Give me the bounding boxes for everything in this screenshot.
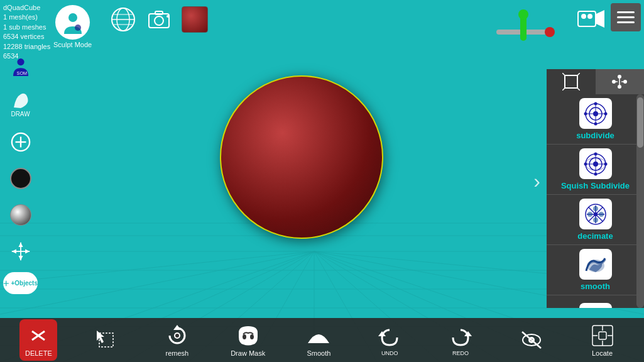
panel-scrollbar-thumb[interactable] [637,97,643,148]
smooth-tool-label: Smooth [307,349,330,357]
dot-tool-icon [10,168,31,189]
svg-point-41 [587,14,592,19]
3d-sphere [220,75,383,239]
svg-line-58 [562,88,565,90]
svg-point-94 [587,212,592,217]
select-button[interactable] [84,327,128,353]
svg-rect-38 [578,11,596,26]
svg-line-57 [577,73,580,75]
draw-mask-icon [236,323,261,348]
svg-marker-52 [25,249,30,253]
smooth-tool-button[interactable]: Smooth [297,323,341,357]
redo-button[interactable]: REDO [439,324,483,356]
dot-tool-button[interactable] [5,163,36,194]
svg-point-37 [545,27,555,37]
svg-marker-102 [97,331,104,343]
draw-mask-button[interactable]: Draw Mask [226,323,270,357]
add-objects-button[interactable]: +Objects [3,272,38,294]
gradient-tool-icon [10,204,31,226]
smooth-button[interactable]: smooth [547,245,644,295]
decimate-icon [579,199,612,229]
sculpt-mode-label: Sculpt Mode [53,41,92,48]
draw-mask-label: Draw Mask [231,349,265,357]
svg-point-61 [618,75,621,79]
remesh-icon [165,323,190,348]
top-right-icons [576,6,606,31]
remesh-button[interactable]: remesh [155,323,199,357]
panel-scrollbar[interactable] [636,94,644,308]
subdivide-icon [579,98,612,129]
svg-point-60 [612,80,616,84]
sculpt-mode-button[interactable]: Sculpt Mode [53,5,92,48]
locate-icon [590,323,615,348]
draw-button[interactable]: DRAW [5,87,36,121]
svg-point-83 [594,172,597,175]
svg-point-73 [594,122,597,125]
svg-point-106 [243,334,246,339]
svg-marker-51 [11,249,16,253]
hamburger-line [617,16,635,18]
add-objects-label: +Objects [11,280,38,287]
undo-icon [377,324,402,349]
panel-item-partial[interactable] [547,295,644,308]
hamburger-line [617,11,635,13]
svg-marker-39 [596,10,604,28]
top-icons [110,6,208,33]
screenshot-icon[interactable] [146,6,172,33]
3d-viewport[interactable]: dQuadCube 1 mesh(es) 1 sub meshes 6534 v… [0,0,644,362]
delete-label: DELETE [25,349,52,357]
globe-icon[interactable] [110,6,136,33]
svg-point-91 [594,212,598,216]
svg-point-92 [593,206,598,211]
material-preview-icon[interactable] [182,6,208,33]
transform-gizmo[interactable] [487,9,562,53]
svg-marker-103 [173,325,181,330]
gradient-tool-button[interactable] [5,199,36,231]
svg-point-82 [594,152,597,155]
remesh-label: remesh [166,349,189,357]
avatar-button[interactable]: SOM [5,50,36,82]
delete-button[interactable]: DELETE [19,319,57,361]
undo-button[interactable]: UNDO [368,324,412,356]
panel-tab-cube[interactable] [547,69,596,94]
right-panel: subdivide [547,69,644,308]
squish-subdivide-icon [579,148,612,179]
svg-point-24 [75,25,81,31]
svg-point-40 [581,14,586,19]
svg-point-31 [155,16,163,25]
hide-icon [519,327,544,353]
decimate-button[interactable]: decimate [547,195,644,245]
svg-line-22 [0,251,314,283]
squish-subdivide-button[interactable]: Squish Subdivide [547,145,644,195]
add-button[interactable] [5,126,36,158]
svg-point-95 [599,212,604,217]
select-icon [94,327,119,353]
svg-point-75 [604,112,607,115]
hide-button[interactable] [510,327,554,353]
locate-label: Locate [592,349,613,357]
svg-rect-55 [565,75,577,88]
bottom-toolbar: DELETE rem [0,318,644,362]
partial-icon [579,303,612,308]
move-button[interactable] [5,236,36,267]
subdivide-button[interactable]: subdivide [547,94,644,145]
svg-line-20 [0,251,314,314]
svg-point-33 [166,15,169,18]
svg-marker-50 [18,256,23,260]
svg-point-84 [584,162,587,165]
draw-label: DRAW [11,111,30,118]
panel-tab-nodes[interactable] [596,69,645,94]
locate-button[interactable]: Locate [581,323,625,357]
svg-rect-32 [155,11,163,14]
record-button[interactable] [576,6,606,31]
menu-button[interactable] [611,3,641,31]
svg-point-107 [250,334,254,339]
subdivide-label: subdivide [576,131,614,140]
hamburger-line [617,21,635,23]
svg-line-59 [577,88,580,90]
svg-point-93 [593,217,598,222]
sculpt-mode-icon [55,5,90,40]
panel-arrow-button[interactable]: › [533,170,540,193]
svg-point-85 [604,162,607,165]
svg-point-105 [175,334,179,337]
